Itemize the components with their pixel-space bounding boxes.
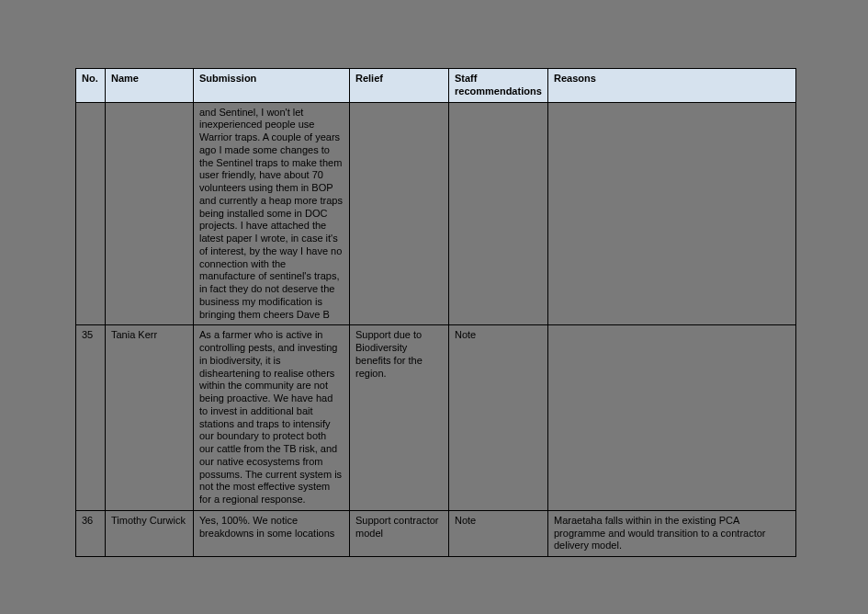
cell-submission: Yes, 100%. We notice breakdowns in some …	[194, 510, 350, 556]
cell-name: Tania Kerr	[106, 325, 194, 511]
cell-name: Timothy Curwick	[106, 510, 194, 556]
cell-staff	[449, 102, 548, 325]
table-row: and Sentinel, I won't let inexperienced …	[76, 102, 796, 325]
col-header-relief: Relief	[350, 69, 449, 103]
cell-relief	[350, 102, 449, 325]
cell-staff: Note	[449, 325, 548, 511]
cell-no: 35	[76, 325, 106, 511]
cell-reasons	[548, 325, 796, 511]
document-page: No. Name Submission Relief Staff recomme…	[75, 68, 795, 557]
cell-relief: Support due to Biodiversity benefits for…	[350, 325, 449, 511]
col-header-staff: Staff recommendations	[449, 69, 548, 103]
col-header-name: Name	[106, 69, 194, 103]
submissions-table: No. Name Submission Relief Staff recomme…	[75, 68, 796, 557]
cell-no	[76, 102, 106, 325]
cell-no: 36	[76, 510, 106, 556]
cell-staff: Note	[449, 510, 548, 556]
cell-submission: As a farmer who is active in controlling…	[194, 325, 350, 511]
cell-submission: and Sentinel, I won't let inexperienced …	[194, 102, 350, 325]
col-header-submission: Submission	[194, 69, 350, 103]
table-header-row: No. Name Submission Relief Staff recomme…	[76, 69, 796, 103]
col-header-no: No.	[76, 69, 106, 103]
cell-reasons	[548, 102, 796, 325]
table-row: 35 Tania Kerr As a farmer who is active …	[76, 325, 796, 511]
cell-relief: Support contractor model	[350, 510, 449, 556]
cell-reasons: Maraetaha falls within in the existing P…	[548, 510, 796, 556]
table-row: 36 Timothy Curwick Yes, 100%. We notice …	[76, 510, 796, 556]
cell-name	[106, 102, 194, 325]
col-header-reasons: Reasons	[548, 69, 796, 103]
